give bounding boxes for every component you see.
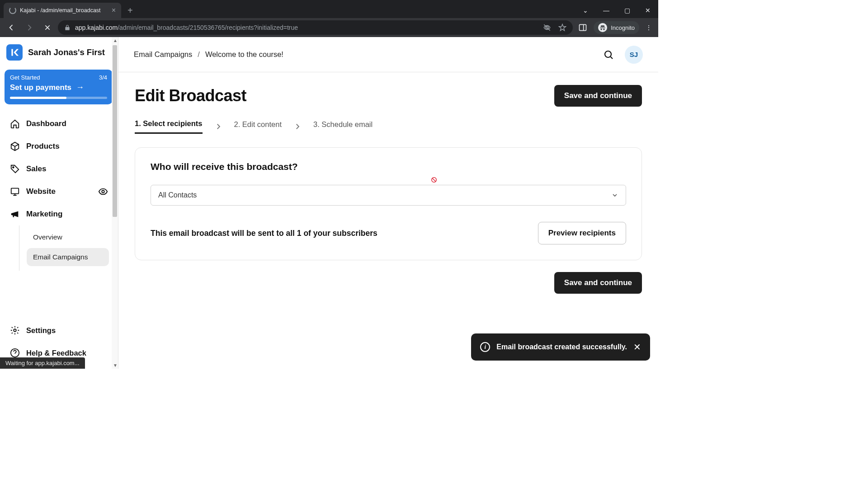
tab-strip: Kajabi - /admin/email_broadcast × + ⌄ — …	[0, 0, 658, 18]
home-icon	[10, 119, 20, 129]
sidebar-item-label: Website	[26, 187, 56, 196]
new-tab-button[interactable]: +	[121, 3, 139, 18]
content: Edit Broadcast Save and continue 1. Sele…	[118, 72, 658, 369]
help-icon	[10, 348, 20, 358]
breadcrumb-current: Welcome to the course!	[205, 50, 283, 59]
arrow-right-icon: →	[76, 83, 84, 92]
sidebar-scrollbar[interactable]: ▲ ▼	[112, 37, 118, 369]
incognito-label: Incognito	[611, 24, 635, 31]
svg-rect-1	[580, 24, 586, 30]
get-started-cta: Set up payments	[10, 83, 71, 92]
not-allowed-cursor-icon	[431, 177, 437, 183]
brand-name: Sarah Jonas's First	[28, 47, 105, 57]
sidebar-item-label: Dashboard	[26, 119, 66, 128]
scroll-up-icon[interactable]: ▲	[113, 38, 118, 43]
get-started-progress: 3/4	[99, 74, 107, 81]
maximize-button[interactable]: ▢	[617, 7, 637, 14]
recipients-panel: Who will receive this broadcast? All Con…	[135, 147, 642, 260]
tab-search-icon[interactable]: ⌄	[575, 7, 596, 14]
panel-title: Who will receive this broadcast?	[151, 161, 626, 172]
tab-title: Kajabi - /admin/email_broadcast	[20, 7, 108, 14]
toast: i Email broadcast created successfully. …	[471, 333, 650, 361]
avatar[interactable]: SJ	[625, 46, 643, 64]
preview-recipients-button[interactable]: Preview recipients	[538, 222, 626, 244]
chrome-menu-icon[interactable]: ⋮	[646, 24, 652, 31]
step-1[interactable]: 1. Select recipients	[135, 119, 203, 134]
close-window-button[interactable]: ✕	[637, 7, 658, 14]
svg-point-2	[13, 167, 14, 168]
address-bar[interactable]: app.kajabi.com/admin/email_broadcasts/21…	[58, 20, 573, 35]
sidebar-item-website[interactable]: Website	[5, 180, 113, 203]
page-head: Edit Broadcast Save and continue	[135, 85, 642, 107]
subnav-overview[interactable]: Overview	[27, 228, 109, 246]
sidebar-item-products[interactable]: Products	[5, 135, 113, 158]
sidebar-nav: Dashboard Products Sales Website	[0, 111, 118, 272]
browser-tab[interactable]: Kajabi - /admin/email_broadcast ×	[4, 3, 121, 18]
app: Sarah Jonas's First Get Started 3/4 Set …	[0, 37, 658, 369]
stepper: 1. Select recipients 2. Edit content 3. …	[135, 119, 642, 134]
subnav-email-campaigns[interactable]: Email Campaigns	[27, 248, 109, 266]
incognito-icon	[598, 23, 607, 32]
megaphone-icon	[10, 209, 20, 219]
sidebar-item-dashboard[interactable]: Dashboard	[5, 113, 113, 135]
brand[interactable]: Sarah Jonas's First	[0, 37, 118, 68]
main: Email Campaigns / Welcome to the course!…	[118, 37, 658, 369]
chevron-right-icon	[214, 122, 222, 131]
sidebar-item-sales[interactable]: Sales	[5, 158, 113, 180]
chevron-down-icon	[611, 192, 618, 199]
stop-reload-button[interactable]	[40, 20, 55, 35]
marketing-subnav: Overview Email Campaigns	[19, 225, 113, 271]
recipients-select[interactable]: All Contacts	[151, 185, 626, 206]
step-3[interactable]: 3. Schedule email	[313, 120, 373, 133]
sidebar-item-settings[interactable]: Settings	[5, 319, 113, 342]
address-row: app.kajabi.com/admin/email_broadcasts/21…	[0, 18, 658, 37]
save-continue-button-bottom[interactable]: Save and continue	[554, 272, 642, 294]
svg-point-5	[14, 329, 16, 332]
step-2[interactable]: 2. Edit content	[234, 120, 282, 133]
brand-logo-icon	[6, 44, 23, 61]
forward-button[interactable]	[22, 20, 37, 35]
scroll-down-icon[interactable]: ▼	[113, 363, 118, 368]
scrollbar-thumb[interactable]	[113, 45, 117, 217]
eye-icon[interactable]	[98, 187, 108, 197]
sidebar-item-label: Settings	[26, 326, 56, 335]
save-continue-button-top[interactable]: Save and continue	[554, 85, 642, 107]
sidebar-item-marketing[interactable]: Marketing	[5, 203, 113, 225]
sidebar-item-label: Sales	[26, 164, 46, 174]
cube-icon	[10, 141, 20, 151]
sidebar-item-label: Marketing	[26, 210, 62, 219]
close-icon[interactable]: ✕	[633, 342, 641, 352]
chevron-right-icon	[293, 122, 302, 131]
topbar: Email Campaigns / Welcome to the course!…	[118, 37, 658, 72]
recipients-summary: This email broadcast will be sent to all…	[151, 229, 377, 238]
browser-chrome: Kajabi - /admin/email_broadcast × + ⌄ — …	[0, 0, 658, 37]
tracking-blocked-icon[interactable]	[543, 23, 551, 32]
url-text: app.kajabi.com/admin/email_broadcasts/21…	[75, 24, 298, 31]
close-tab-icon[interactable]: ×	[112, 7, 116, 14]
lock-icon	[64, 24, 71, 31]
svg-point-7	[605, 51, 611, 57]
get-started-card[interactable]: Get Started 3/4 Set up payments →	[5, 70, 113, 104]
window-controls: ⌄ — ▢ ✕	[575, 3, 658, 18]
search-icon[interactable]	[602, 48, 615, 61]
incognito-badge[interactable]: Incognito	[594, 21, 639, 34]
tag-icon	[10, 164, 20, 174]
breadcrumb-sep: /	[198, 50, 200, 59]
sidebar-item-label: Help & Feedback	[26, 349, 86, 357]
breadcrumb-root[interactable]: Email Campaigns	[134, 50, 192, 59]
bookmark-icon[interactable]	[558, 23, 566, 32]
breadcrumb: Email Campaigns / Welcome to the course!	[134, 50, 283, 59]
sidebar-item-label: Products	[26, 142, 60, 151]
monitor-icon	[10, 187, 20, 197]
get-started-progress-bar	[10, 97, 107, 99]
tab-loading-icon	[9, 7, 16, 14]
minimize-button[interactable]: —	[596, 7, 617, 14]
gear-icon	[10, 325, 20, 335]
svg-point-4	[102, 190, 104, 193]
page-title: Edit Broadcast	[135, 86, 246, 105]
info-icon: i	[480, 342, 490, 352]
svg-rect-3	[11, 188, 19, 194]
back-button[interactable]	[4, 20, 19, 35]
side-panel-icon[interactable]	[578, 23, 587, 32]
get-started-label: Get Started	[10, 74, 40, 81]
